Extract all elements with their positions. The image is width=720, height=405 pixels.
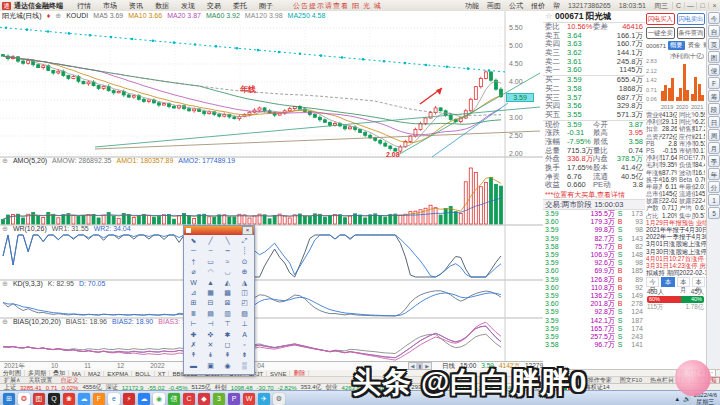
draw-tool-icon[interactable]: ▧	[236, 309, 253, 319]
news-item[interactable]: 4月01日10:27首涨停 <股价题材>	[645, 255, 706, 262]
menu-item-交易[interactable]: 交易	[201, 1, 227, 11]
period-icon-便[interactable]: 便	[708, 64, 720, 76]
draw-tool-icon[interactable]: ↟	[185, 350, 202, 360]
menu-item-资讯[interactable]: 资讯	[123, 1, 149, 11]
draw-tool-icon[interactable]: ⌀	[185, 267, 202, 277]
taskbar-icon-12[interactable]: C	[183, 393, 195, 405]
period-icon-月[interactable]: 月	[708, 142, 720, 154]
draw-tool-icon[interactable]: ⊞	[185, 298, 202, 308]
taskbar-icon-3[interactable]: Q	[48, 393, 60, 405]
menu-item-市场[interactable]: 市场	[97, 1, 123, 11]
draw-tool-icon[interactable]: ✗	[185, 340, 202, 350]
draw-tool-icon[interactable]: ⇟	[236, 350, 253, 360]
draw-tool-icon[interactable]: W	[185, 278, 202, 288]
taskbar-icon-10[interactable]: ◉	[153, 393, 165, 405]
window-button-□[interactable]: □	[696, 2, 708, 9]
period-icon-页[interactable]: 页	[708, 38, 720, 50]
news-item[interactable]: 1月29日年报预告 业绩预亏	[645, 219, 706, 226]
taskbar-icon-15[interactable]: P	[228, 393, 240, 405]
period-tab-本周[interactable]: 本周	[661, 277, 674, 287]
button-条件查询[interactable]: 条件查询	[677, 27, 706, 39]
draw-tool-icon[interactable]: ▒	[236, 361, 253, 371]
period-icon-周[interactable]: 周	[708, 129, 720, 141]
draw-tool-icon[interactable]: ╱	[202, 236, 219, 246]
menu-item-数据[interactable]: 数据	[149, 1, 175, 11]
period-icon-季[interactable]: 季	[708, 155, 720, 167]
draw-tool-icon[interactable]: ⊿	[185, 288, 202, 298]
button-闪电卖出[interactable]: 闪电卖出	[677, 13, 706, 25]
draw-tool-icon[interactable]: ✚	[185, 330, 202, 340]
draw-tool-icon[interactable]: ⊤	[219, 319, 236, 329]
draw-tool-icon[interactable]: ▣	[202, 361, 219, 371]
draw-tool-icon[interactable]: ◫	[236, 288, 253, 298]
draw-tool-icon[interactable]: ▥	[219, 309, 236, 319]
draw-tool-icon[interactable]: ┉	[219, 246, 236, 256]
draw-tool-icon[interactable]: †	[185, 257, 202, 267]
draw-tool-icon[interactable]: ▬	[185, 361, 202, 371]
tick-list[interactable]: 3.59135.5万S1733.60179.3万B933.5999.8万S983…	[543, 210, 645, 349]
chart-area[interactable]: 阳光城(日线)♦⊕KOUDIMA5 3.69MA10 3.66MA20 3.87…	[0, 11, 544, 369]
draw-tool-icon[interactable]: ▦	[202, 288, 219, 298]
draw-tool-icon[interactable]: ▲	[202, 278, 219, 288]
draw-tool-icon[interactable]: ┈	[202, 246, 219, 256]
taskbar-icon-14[interactable]: 3	[213, 393, 225, 405]
period-icon-筹[interactable]: 筹	[708, 90, 720, 102]
right-menu-帮[interactable]: 帮	[549, 1, 564, 11]
draw-tool-icon[interactable]: ▭	[202, 257, 219, 267]
draw-tool-icon[interactable]: ◮	[236, 278, 253, 288]
draw-tool-icon[interactable]: ◰	[236, 298, 253, 308]
tray-expand-icon[interactable]: ▲	[674, 396, 680, 402]
taskbar-icon-9[interactable]: ☁	[138, 393, 150, 405]
period-icon-图[interactable]: 图	[708, 51, 720, 63]
draw-tool-icon[interactable]: ─	[185, 246, 202, 256]
period-icon-年[interactable]: 年	[708, 168, 720, 180]
palette-close-icon[interactable]: ×	[242, 226, 253, 235]
draw-tool-icon[interactable]: ⬊	[185, 236, 202, 246]
draw-tool-icon[interactable]: ◡	[219, 267, 236, 277]
big-order-link[interactable]: ***位置有大买单,查看详情	[543, 190, 645, 199]
taskbar-icon-2[interactable]: 图	[33, 393, 45, 405]
draw-tool-icon[interactable]: ⊟	[202, 298, 219, 308]
button-一键全卖[interactable]: 一键全卖	[646, 27, 675, 39]
taskbar-icon-18[interactable]: ⚙	[273, 393, 285, 405]
period-icon-1[interactable]: 1	[708, 194, 720, 206]
right-menu-公式[interactable]: 公式	[505, 1, 527, 11]
draw-tool-icon[interactable]: ◻	[219, 340, 236, 350]
right-menu-功能[interactable]: 功能	[461, 1, 483, 11]
draw-tool-icon[interactable]: ✱	[219, 330, 236, 340]
taskbar-icon-0[interactable]: ⊞	[3, 393, 15, 405]
news-item[interactable]: 3月01日涨股逾上涨停买入0.37	[645, 240, 706, 247]
draw-tool-icon[interactable]: ⊢	[185, 319, 202, 329]
draw-tool-icon[interactable]: ┊	[236, 246, 253, 256]
period-tab-本年[interactable]: 本年	[692, 277, 705, 287]
draw-tool-icon[interactable]: ◉	[219, 361, 236, 371]
draw-tool-icon[interactable]: ▫	[236, 340, 253, 350]
period-icon-日[interactable]: 日	[708, 116, 720, 128]
window-button-×[interactable]: ×	[708, 2, 720, 9]
draw-tool-icon[interactable]: ⊣	[202, 319, 219, 329]
taskbar-icon-7[interactable]: e	[108, 393, 120, 405]
right-menu-画图[interactable]: 画图	[483, 1, 505, 11]
window-button-C[interactable]: C	[672, 2, 684, 9]
period-icon-分[interactable]: 分	[708, 181, 720, 193]
menu-item-圈子[interactable]: 圈子	[253, 1, 279, 11]
draw-tool-icon[interactable]: ↡	[202, 350, 219, 360]
taskbar-icon-16[interactable]: W	[243, 393, 255, 405]
taskbar-icon-6[interactable]: F	[93, 393, 105, 405]
bid-row[interactable]: 买五3.55571.3万	[543, 111, 645, 120]
taskbar-icon-4[interactable]: ❀	[63, 393, 75, 405]
menu-item-行情[interactable]: 行情	[71, 1, 97, 11]
period-tab-本月[interactable]: 本月	[677, 277, 690, 287]
draw-tool-icon[interactable]: ◠	[202, 267, 219, 277]
drawing-toolbar-titlebar[interactable]: ×	[184, 226, 254, 235]
draw-tool-icon[interactable]: ⊙	[236, 257, 253, 267]
period-icon-段[interactable]: 段	[708, 103, 720, 115]
draw-tool-icon[interactable]: ✜	[202, 330, 219, 340]
news-item[interactable]: 3月30日涨股逾上涨停买入0.26	[645, 248, 706, 255]
news-list[interactable]: 1月29日年报预告 业绩预亏2021年年报于4月30日披露2022年一季报于4月…	[645, 219, 706, 277]
news-item[interactable]: 2021年年报于4月30日披露	[645, 226, 706, 233]
notice-ticker[interactable]: 公告提示请查看 阳 光 城	[293, 1, 382, 11]
menu-item-委托[interactable]: 委托	[227, 1, 253, 11]
period-icon-5[interactable]: 5	[708, 207, 720, 219]
draw-tool-icon[interactable]: ◭	[219, 278, 236, 288]
